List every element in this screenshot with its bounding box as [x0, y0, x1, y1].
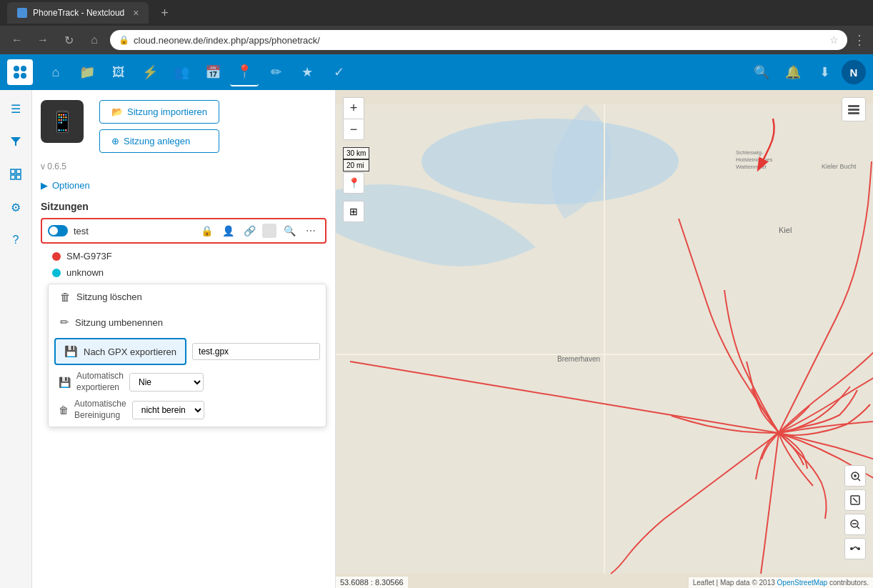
zoom-to-region-button[interactable] — [844, 465, 866, 487]
create-icon: ⊕ — [111, 136, 119, 146]
attribution-osm[interactable]: OpenStreetMap — [777, 579, 828, 587]
import-label: Sitzung importieren — [127, 106, 207, 117]
import-session-button[interactable]: 📂 Sitzung importieren — [99, 100, 219, 124]
export-filename-input[interactable] — [192, 343, 320, 360]
create-label: Sitzung anlegen — [124, 136, 190, 146]
export-icon: 💾 — [64, 345, 78, 358]
nc-nav-phonetrack[interactable]: 📍 — [230, 58, 259, 86]
new-tab-button[interactable]: + — [154, 3, 174, 23]
map-layers-button[interactable]: ⊞ — [343, 201, 364, 222]
import-icon: 📂 — [111, 106, 123, 117]
svg-text:Holsteinisches: Holsteinisches — [736, 156, 773, 163]
nc-nav-search[interactable]: 🔍 — [747, 58, 776, 86]
rename-label: Sitzung umbenennen — [75, 317, 163, 328]
rename-session-item[interactable]: ✏ Sitzung umbenennen — [49, 309, 326, 335]
auto-clean-select[interactable]: nicht berein täglich wöchentlich — [132, 401, 204, 419]
sidebar-header-row: 📱 📂 Sitzung importieren ⊕ Sitzung anlege… — [41, 96, 326, 153]
svg-rect-22 — [848, 105, 859, 107]
tab-favicon — [17, 8, 27, 18]
delete-session-item[interactable]: 🗑 Sitzung löschen — [49, 284, 326, 309]
export-label: Nach GPX exportieren — [84, 347, 176, 357]
map-svg: Kiel Kieler Bucht Schleswig- Holsteinisc… — [336, 90, 873, 588]
app-container: ☰ ⚙ ? 📱 📂 Sitzung importieren — [0, 90, 873, 588]
settings-icon[interactable]: ⚙ — [4, 196, 27, 219]
close-tab-button[interactable]: × — [133, 7, 139, 19]
svg-rect-1 — [11, 169, 15, 174]
nc-nav-contacts[interactable]: 👥 — [167, 58, 196, 86]
refresh-button[interactable]: ↻ — [59, 30, 79, 50]
svg-marker-0 — [11, 137, 21, 146]
session-wrapper: test 🔒 👤 🔗 🔍 ⋯ — [41, 218, 326, 244]
svg-rect-2 — [16, 169, 21, 174]
attribution-contributors: contributors. — [829, 579, 869, 587]
delete-icon: 🗑 — [60, 291, 71, 303]
session-more-icon[interactable]: ⋯ — [302, 222, 319, 239]
auto-export-select[interactable]: Nie Täglich Wöchentlich — [129, 373, 204, 392]
help-icon[interactable]: ? — [4, 229, 27, 251]
svg-text:Bremerhaven: Bremerhaven — [557, 355, 600, 363]
version-text: v 0.6.5 — [41, 161, 326, 171]
home-button[interactable]: ⌂ — [84, 30, 104, 50]
nc-nav-activity[interactable]: ⚡ — [136, 58, 164, 86]
map-bottom-right-controls — [844, 465, 866, 559]
export-gpx-button[interactable]: 💾 Nach GPX exportieren — [54, 338, 186, 365]
attribution-separator: | Map data © 2013 — [717, 579, 777, 587]
session-link-icon[interactable]: 🔗 — [241, 222, 258, 239]
svg-rect-3 — [11, 175, 15, 179]
zoom-out-button[interactable]: − — [343, 119, 364, 140]
session-toggle[interactable] — [48, 225, 68, 236]
fullscreen-icon — [849, 494, 861, 506]
fullscreen-button[interactable] — [844, 489, 866, 511]
left-icon-strip: ☰ ⚙ ? — [0, 90, 32, 588]
forward-button[interactable]: → — [33, 30, 53, 50]
bookmark-icon[interactable]: ☆ — [829, 34, 839, 46]
zoom-in-button[interactable]: + — [343, 97, 364, 119]
address-bar[interactable]: 🔒 cloud.neonew.de/index.php/apps/phonetr… — [110, 30, 847, 50]
auto-export-label: Automatisch — [76, 371, 124, 382]
options-toggle[interactable]: ▶ Optionen — [41, 177, 326, 194]
map-area[interactable]: Kiel Kieler Bucht Schleswig- Holsteinisc… — [336, 90, 873, 588]
create-session-button[interactable]: ⊕ Sitzung anlegen — [99, 129, 219, 153]
user-avatar[interactable]: N — [842, 60, 866, 84]
nc-nav-photos[interactable]: 🖼 — [104, 58, 133, 86]
lock-icon: 🔒 — [119, 35, 129, 45]
nc-nav-notes[interactable]: ✏ — [261, 58, 290, 86]
auto-export-row: 💾 Automatisch exportieren Nie Täglich Wö… — [49, 368, 326, 396]
scale-mi: 20 mi — [343, 159, 369, 171]
back-button[interactable]: ← — [7, 30, 27, 50]
nc-nav-tasks[interactable]: ✓ — [324, 58, 353, 86]
browser-tab[interactable]: PhoneTrack - Nextcloud × — [7, 2, 149, 24]
session-person-icon[interactable]: 👤 — [219, 222, 236, 239]
layers-toggle-button[interactable] — [842, 97, 866, 121]
options-arrow: ▶ — [41, 180, 48, 191]
delete-label: Sitzung löschen — [76, 291, 142, 302]
browser-chrome: PhoneTrack - Nextcloud × + — [0, 0, 873, 26]
svg-rect-24 — [848, 112, 859, 114]
nc-nav-calendar[interactable]: 📅 — [199, 58, 227, 86]
zoom-out-icon — [849, 519, 861, 530]
session-search-icon[interactable]: 🔍 — [281, 222, 298, 239]
nc-nav-bookmarks[interactable]: ★ — [293, 58, 321, 86]
routing-icon — [849, 543, 861, 554]
nextcloud-logo[interactable] — [7, 59, 33, 85]
session-color-icon[interactable] — [262, 224, 276, 238]
routing-button[interactable] — [844, 538, 866, 559]
dropdown-menu: 🗑 Sitzung löschen ✏ Sitzung umbenennen 💾… — [48, 284, 326, 427]
zoom-minus-button[interactable] — [844, 514, 866, 535]
sidebar-toggle-icon[interactable]: ☰ — [4, 97, 27, 120]
map-pin-button[interactable]: 📍 — [343, 172, 364, 194]
arrow-annotation — [730, 111, 787, 185]
device-item-sm: SM-G973F — [41, 248, 326, 264]
nc-nav-install[interactable]: ⬇ — [810, 58, 839, 86]
svg-text:Wattenmeer: Wattenmeer — [736, 164, 767, 170]
nc-nav-home[interactable]: ⌂ — [41, 58, 70, 86]
session-lock-icon[interactable]: 🔒 — [198, 222, 215, 239]
table-icon[interactable] — [4, 163, 27, 186]
nc-nav-notifications[interactable]: 🔔 — [779, 58, 807, 86]
nc-nav-files[interactable]: 📁 — [73, 58, 101, 86]
auto-clean-label-block: Automatische Bereinigung — [74, 399, 126, 421]
session-row-test: test 🔒 👤 🔗 🔍 ⋯ — [41, 218, 326, 244]
filter-icon[interactable] — [4, 130, 27, 153]
auto-clean-row: 🗑 Automatische Bereinigung nicht berein … — [49, 396, 326, 427]
browser-menu-button[interactable]: ⋮ — [853, 32, 866, 48]
